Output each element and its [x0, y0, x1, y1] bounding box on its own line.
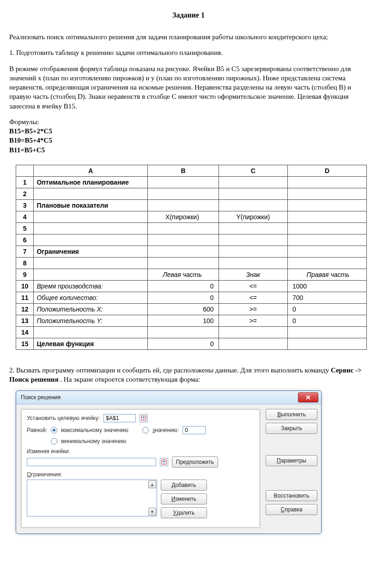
- col-A: A: [34, 165, 148, 176]
- radio-max-label: максимальному значению: [61, 427, 128, 433]
- table-row: 13Положительность Y:100>=0: [16, 315, 367, 326]
- cell-A: [34, 211, 148, 222]
- dialog-main-panel: Установить целевую ячейку: $A$1 Равной: …: [21, 409, 260, 528]
- table-row: 12Положительность X:600>=0: [16, 303, 367, 315]
- constraints-label: Ограничения:: [27, 471, 254, 478]
- restore-button[interactable]: Восстановить: [266, 490, 317, 501]
- row-number: 4: [16, 211, 34, 222]
- scroll-up-icon[interactable]: ▲: [148, 480, 156, 488]
- cell-B: [148, 326, 219, 338]
- scroll-down-icon[interactable]: ▼: [148, 508, 156, 516]
- cell-A: [34, 269, 148, 280]
- equal-label: Равной:: [27, 427, 47, 433]
- cell-B: [148, 222, 219, 234]
- change-button[interactable]: Изменить: [161, 493, 207, 504]
- cell-C: [219, 338, 287, 349]
- cell-C: [219, 326, 287, 338]
- cell-B: X(пирожки): [148, 211, 219, 222]
- cell-D: 1000: [288, 280, 367, 292]
- cell-B: 0: [148, 292, 219, 303]
- formula-3: B11=B5+C5: [9, 145, 368, 155]
- cell-C: <=: [219, 292, 287, 303]
- cell-C: <=: [219, 280, 287, 292]
- table-row: 7Ограничения: [16, 246, 367, 257]
- step2-c: . На экране откроется соответствующая фо…: [60, 376, 200, 383]
- help-button[interactable]: Справка: [266, 504, 317, 515]
- cell-C: [219, 234, 287, 246]
- table-row: 2: [16, 188, 367, 199]
- cell-B: [148, 234, 219, 246]
- cell-C: Y(пирожки): [219, 211, 287, 222]
- cell-D: [288, 211, 367, 222]
- grid-icon: [161, 459, 167, 465]
- row-number: 10: [16, 280, 34, 292]
- formulas-label: Формулы:: [9, 117, 368, 126]
- close-dialog-button[interactable]: Закрыть: [266, 423, 317, 434]
- cell-C: [219, 188, 287, 199]
- grid-icon: [141, 415, 146, 421]
- table-row: 9Левая частьЗнакПравая часть: [16, 269, 367, 280]
- cell-C: [219, 199, 287, 211]
- cell-D: 0: [288, 303, 367, 315]
- formula-2: B10=B5+4*C5: [9, 136, 368, 145]
- target-cell-label: Установить целевую ячейку:: [27, 415, 100, 421]
- table-row: 5: [16, 222, 367, 234]
- constraints-listbox[interactable]: ▲ ▼: [27, 480, 157, 516]
- cell-A: [34, 188, 148, 199]
- row-number: 11: [16, 292, 34, 303]
- close-icon: [306, 395, 310, 400]
- col-D: D: [288, 165, 367, 176]
- col-C: C: [219, 165, 287, 176]
- radio-value[interactable]: [142, 427, 149, 433]
- corner-cell: [16, 165, 34, 176]
- add-button[interactable]: Добавить: [161, 480, 207, 491]
- row-number: 3: [16, 199, 34, 211]
- dialog-title: Поиск решения: [21, 394, 298, 401]
- row-number: 5: [16, 222, 34, 234]
- cell-B: 0: [148, 338, 219, 349]
- table-row: 10Время производства:0<=1000: [16, 280, 367, 292]
- target-cell-input[interactable]: $A$1: [103, 414, 136, 422]
- table-row: 4X(пирожки)Y(пирожки): [16, 211, 367, 222]
- close-button[interactable]: [298, 392, 318, 402]
- step2-a: 2. Вызвать программу оптимизации и сообщ…: [9, 366, 331, 374]
- cell-B: [148, 176, 219, 188]
- cell-A: Плановые показатели: [34, 199, 148, 211]
- cell-B: [148, 199, 219, 211]
- cell-C: [219, 176, 287, 188]
- cell-D: 700: [288, 292, 367, 303]
- ref-picker-target[interactable]: [140, 414, 148, 422]
- ref-picker-changing[interactable]: [160, 458, 168, 466]
- radio-max[interactable]: [51, 427, 57, 433]
- row-number: 12: [16, 303, 34, 315]
- row-number: 8: [16, 257, 34, 269]
- delete-button[interactable]: Удалить: [161, 507, 207, 518]
- cell-B: [148, 257, 219, 269]
- row-number: 6: [16, 234, 34, 246]
- cell-A: [34, 257, 148, 269]
- cell-C: [219, 246, 287, 257]
- solver-dialog: Поиск решения Установить целевую ячейку:…: [16, 390, 322, 534]
- cell-D: [288, 338, 367, 349]
- params-button[interactable]: Параметры: [266, 455, 317, 466]
- cell-C: [219, 222, 287, 234]
- value-input[interactable]: 0: [182, 426, 206, 434]
- cell-A: Положительность Y:: [34, 315, 148, 326]
- description-text: В режиме отображения формул таблица пока…: [9, 64, 368, 111]
- cell-A: Время производства:: [34, 280, 148, 292]
- row-number: 15: [16, 338, 34, 349]
- radio-min[interactable]: [51, 438, 57, 444]
- table-row: 8: [16, 257, 367, 269]
- spreadsheet-table: A B C D 1Оптимальное планирование23Плано…: [16, 165, 367, 350]
- cell-A: [34, 222, 148, 234]
- cell-B: 100: [148, 315, 219, 326]
- cell-A: [34, 234, 148, 246]
- changing-cells-input[interactable]: [27, 458, 156, 466]
- cell-D: [288, 234, 367, 246]
- cell-B: Левая часть: [148, 269, 219, 280]
- guess-button[interactable]: Предположить: [172, 456, 218, 468]
- row-number: 9: [16, 269, 34, 280]
- dialog-titlebar: Поиск решения: [16, 391, 321, 404]
- run-button[interactable]: Выполнить: [266, 409, 317, 420]
- cell-A: Оптимальное планирование: [34, 176, 148, 188]
